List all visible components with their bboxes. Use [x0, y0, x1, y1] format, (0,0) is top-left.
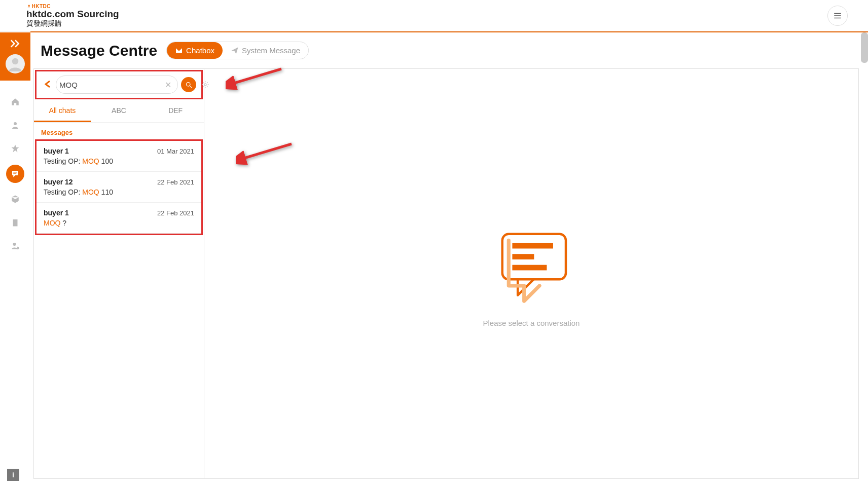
main-area: Message Centre Chatbox System Message	[30, 32, 868, 488]
tab-system-label: System Message	[242, 46, 300, 55]
svg-rect-6	[13, 173, 16, 174]
message-snippet: Testing OP: MOQ 100	[44, 157, 194, 165]
page-title: Message Centre	[41, 42, 157, 59]
empty-illustration	[486, 220, 577, 309]
svg-rect-0	[834, 13, 841, 14]
brand-title: hktdc.com Sourcing	[26, 9, 119, 20]
sidenav: i	[0, 32, 30, 488]
search-button[interactable]	[181, 77, 196, 92]
nav-company-icon[interactable]	[8, 215, 22, 230]
expand-chevrons-icon[interactable]	[10, 40, 20, 50]
mini-tab-abc[interactable]: ABC	[91, 100, 148, 122]
svg-point-3	[12, 58, 19, 65]
left-panel: ✕ All chats ABC DEF Messages	[34, 69, 204, 478]
message-sender: buyer 1	[44, 147, 69, 155]
annotation-arrow	[226, 64, 286, 96]
svg-rect-16	[512, 243, 553, 248]
list-item[interactable]: buyer 1 01 Mar 2021 Testing OP: MOQ 100	[37, 141, 201, 172]
nav-products-icon[interactable]	[8, 192, 22, 206]
hamburger-icon	[833, 11, 842, 20]
page-tabs: Chatbox System Message	[166, 42, 309, 59]
search-back-chevron-icon[interactable]	[42, 80, 53, 90]
snippet-highlight: MOQ	[82, 188, 99, 196]
mini-tab-all-chats[interactable]: All chats	[34, 100, 91, 122]
svg-rect-7	[13, 219, 18, 227]
sidenav-top	[0, 32, 30, 81]
svg-point-9	[17, 247, 19, 249]
send-icon	[231, 47, 239, 55]
snippet-post: ?	[60, 219, 66, 227]
svg-point-12	[186, 82, 190, 86]
message-sender: buyer 12	[44, 178, 73, 186]
nav-settings-icon[interactable]	[8, 239, 22, 253]
header: 〃HKTDC hktdc.com Sourcing 貿發網採購	[0, 0, 868, 31]
snippet-pre: Testing OP:	[44, 157, 82, 165]
right-panel: Please select a conversation	[204, 69, 858, 478]
messages-section-label: Messages	[34, 123, 204, 139]
snippet-highlight: MOQ	[82, 157, 99, 165]
list-item[interactable]: buyer 1 22 Feb 2021 MOQ ?	[37, 203, 201, 234]
snippet-post: 110	[99, 188, 113, 196]
svg-rect-18	[512, 265, 547, 270]
tab-system-message[interactable]: System Message	[223, 42, 308, 59]
content-row: ✕ All chats ABC DEF Messages	[33, 68, 859, 479]
svg-rect-2	[834, 17, 841, 18]
nav-star-icon[interactable]	[8, 141, 22, 156]
message-snippet: MOQ ?	[44, 219, 194, 227]
hamburger-button[interactable]	[827, 6, 848, 26]
brand-subtitle: 貿發網採購	[26, 20, 119, 27]
mail-icon	[175, 47, 183, 55]
svg-point-14	[204, 84, 206, 86]
svg-point-4	[14, 122, 17, 125]
mini-tab-def[interactable]: DEF	[147, 100, 204, 122]
search-settings-icon[interactable]	[201, 81, 209, 91]
svg-rect-17	[512, 254, 534, 259]
nav-messages-icon[interactable]	[6, 165, 24, 183]
message-date: 01 Mar 2021	[157, 147, 194, 155]
message-date: 22 Feb 2021	[157, 209, 194, 217]
tab-chatbox[interactable]: Chatbox	[167, 42, 223, 59]
message-snippet: Testing OP: MOQ 110	[44, 188, 194, 196]
search-icon	[185, 81, 193, 89]
list-item[interactable]: buyer 12 22 Feb 2021 Testing OP: MOQ 110	[37, 172, 201, 203]
message-sender: buyer 1	[44, 209, 69, 217]
svg-rect-5	[13, 172, 17, 172]
brand-block: 〃HKTDC hktdc.com Sourcing 貿發網採購	[26, 4, 119, 27]
scrollbar[interactable]	[861, 32, 868, 63]
message-date: 22 Feb 2021	[157, 178, 194, 186]
svg-line-13	[190, 86, 192, 88]
clear-search-icon[interactable]: ✕	[164, 80, 172, 90]
search-area: ✕	[35, 70, 203, 99]
info-button[interactable]: i	[7, 469, 19, 481]
svg-line-11	[241, 144, 292, 159]
svg-line-10	[231, 69, 281, 84]
page-header-row: Message Centre Chatbox System Message	[30, 32, 868, 68]
search-input[interactable]	[57, 81, 164, 89]
annotation-arrow	[236, 139, 297, 171]
empty-text: Please select a conversation	[483, 319, 580, 327]
nav-items	[6, 95, 24, 253]
svg-point-8	[13, 243, 16, 246]
nav-home-icon[interactable]	[8, 95, 22, 109]
svg-rect-1	[834, 15, 841, 16]
tab-chatbox-label: Chatbox	[186, 46, 214, 55]
mini-tabs: All chats ABC DEF	[34, 100, 204, 123]
snippet-pre: Testing OP:	[44, 188, 82, 196]
snippet-post: 100	[99, 157, 113, 165]
avatar[interactable]	[6, 54, 25, 73]
nav-profile-icon[interactable]	[8, 118, 22, 132]
search-field-wrap: ✕	[56, 76, 178, 94]
messages-list: buyer 1 01 Mar 2021 Testing OP: MOQ 100 …	[35, 139, 203, 235]
snippet-highlight: MOQ	[44, 219, 60, 227]
